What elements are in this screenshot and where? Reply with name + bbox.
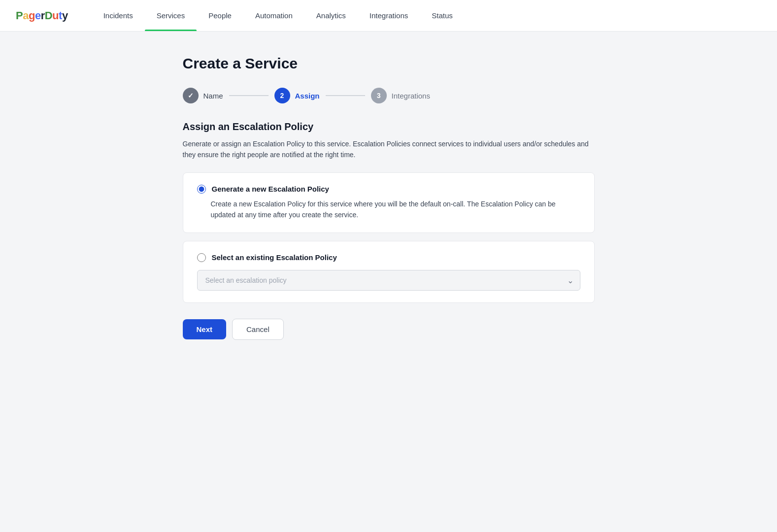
nav-link-incidents[interactable]: Incidents [92,0,145,31]
logo[interactable]: PagerDuty [16,9,68,22]
option-desc-generate: Create a new Escalation Policy for this … [197,199,580,221]
nav-link-analytics[interactable]: Analytics [304,0,358,31]
step-connector-1 [229,95,269,96]
nav-links: Incidents Services People Automation Ana… [92,0,465,31]
option-card-select: Select an existing Escalation Policy Sel… [183,241,595,303]
escalation-policy-select[interactable]: Select an escalation policy [197,270,580,291]
select-wrapper: Select an escalation policy ⌄ [197,270,580,291]
nav-link-automation[interactable]: Automation [243,0,304,31]
step-integrations: 3 Integrations [371,88,430,103]
nav-link-services[interactable]: Services [145,0,197,31]
radio-generate[interactable] [197,185,206,194]
next-button[interactable]: Next [183,319,227,339]
button-row: Next Cancel [183,319,595,340]
option-title-generate: Generate a new Escalation Policy [212,185,329,193]
step-label-integrations: Integrations [392,92,430,100]
cancel-button[interactable]: Cancel [232,319,284,340]
navbar: PagerDuty Incidents Services People Auto… [0,0,777,32]
nav-link-people[interactable]: People [197,0,243,31]
radio-select[interactable] [197,253,206,262]
main-content: Create a Service ✓ Name 2 Assign 3 Integ… [167,55,610,340]
step-assign: 2 Assign [274,88,320,103]
step-circle-assign: 2 [274,88,290,103]
check-icon: ✓ [188,92,194,100]
nav-link-status[interactable]: Status [420,0,465,31]
option-title-select: Select an existing Escalation Policy [212,253,337,262]
step-name: ✓ Name [183,88,223,103]
step-circle-integrations: 3 [371,88,387,103]
nav-link-integrations[interactable]: Integrations [358,0,420,31]
step-circle-name: ✓ [183,88,199,103]
page-title: Create a Service [183,55,595,72]
select-container: Select an escalation policy ⌄ [197,270,580,291]
step-label-name: Name [203,92,223,100]
step-connector-2 [326,95,365,96]
section-desc: Generate or assign an Escalation Policy … [183,138,595,161]
stepper: ✓ Name 2 Assign 3 Integrations [183,88,595,103]
step-number-integrations: 3 [377,92,381,100]
step-number-assign: 2 [280,92,284,100]
step-label-assign: Assign [295,92,320,100]
section-title: Assign an Escalation Policy [183,121,595,133]
option-header-generate: Generate a new Escalation Policy [197,185,580,194]
option-header-select: Select an existing Escalation Policy [197,253,580,262]
option-card-generate: Generate a new Escalation Policy Create … [183,172,595,233]
